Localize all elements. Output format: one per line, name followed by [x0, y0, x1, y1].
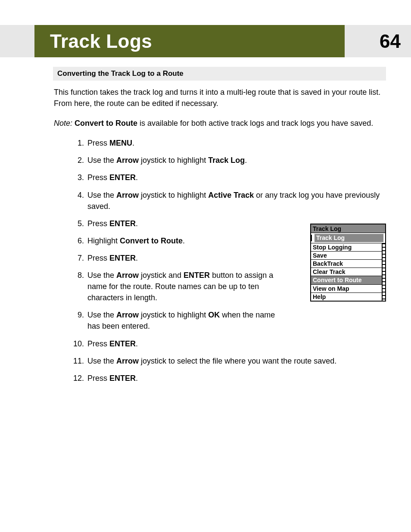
step-text-a: Press — [87, 219, 109, 228]
step-text-a: Use the — [87, 357, 116, 365]
step-number: 6. — [71, 235, 84, 246]
step-text-a: Press — [87, 139, 109, 147]
step-number: 1. — [71, 137, 84, 149]
ok-term: OK — [208, 311, 220, 319]
step-text-c: . — [245, 156, 247, 165]
note-feature-name: Convert to Route — [75, 119, 137, 128]
step-10: 10. Press ENTER. — [71, 338, 386, 349]
step-text-c: . — [132, 139, 134, 147]
device-menu-title: Track Log — [311, 224, 385, 233]
step-number: 9. — [71, 309, 84, 320]
step-2: 2. Use the Arrow joystick to highlight T… — [71, 155, 386, 166]
step-text-c: . — [136, 339, 138, 348]
step-text-a: Use the — [87, 191, 116, 199]
enter-key: ENTER — [109, 339, 136, 348]
step-text-c: . — [136, 254, 138, 262]
step-text-a: Press — [87, 173, 109, 182]
step-text-a: Highlight — [87, 236, 120, 245]
enter-key: ENTER — [109, 254, 136, 262]
steps-area: 1. Press MENU. 2. Use the Arrow joystick… — [54, 137, 386, 384]
enter-key: ENTER — [109, 173, 136, 182]
step-text-a: Use the — [87, 311, 116, 319]
step-number: 7. — [71, 252, 84, 264]
step-3: 3. Press ENTER. — [71, 172, 386, 183]
step-number: 8. — [71, 270, 84, 281]
step-text-b: joystick to highlight — [139, 156, 208, 165]
enter-key: ENTER — [109, 374, 136, 383]
step-4: 4. Use the Arrow joystick to highlight A… — [71, 190, 386, 212]
device-menu-list: Stop Logging Save BackTrack Clear Track … — [311, 243, 385, 301]
step-text-c: . — [136, 173, 138, 182]
section-heading: Converting the Track Log to a Route — [53, 67, 386, 81]
step-text-a: Press — [87, 254, 109, 262]
step-text-b: joystick to select the file where you wa… — [139, 357, 336, 365]
step-text-b: joystick to highlight — [139, 311, 208, 319]
step-text-c: . — [136, 219, 138, 228]
convert-to-route-term: Convert to Route — [120, 236, 183, 245]
page-number: 64 — [380, 31, 401, 52]
arrow-key: Arrow — [116, 271, 139, 280]
device-menu-item-help: Help — [311, 293, 382, 301]
note-label: Note: — [54, 119, 72, 128]
track-log-term: Track Log — [208, 156, 245, 165]
step-number: 12. — [71, 373, 84, 384]
step-number: 2. — [71, 155, 84, 166]
device-menu-subtitle: Track Log — [313, 234, 383, 242]
page-title: Track Logs — [50, 31, 152, 52]
step-number: 4. — [71, 190, 84, 201]
menu-key: MENU — [109, 139, 132, 147]
arrow-key: Arrow — [116, 191, 139, 199]
step-text-a: Press — [87, 339, 109, 348]
enter-key: ENTER — [184, 271, 210, 280]
device-menu-item-stop-logging: Stop Logging — [311, 243, 382, 252]
active-track-term: Active Track — [208, 191, 254, 199]
step-text-a: Use the — [87, 271, 116, 280]
step-number: 5. — [71, 218, 84, 229]
device-menu-item-convert-to-route: Convert to Route — [311, 276, 382, 284]
arrow-key: Arrow — [116, 311, 139, 319]
page-content: Converting the Track Log to a Route This… — [0, 67, 411, 384]
step-text-c: . — [183, 236, 185, 245]
step-text-c: . — [136, 374, 138, 383]
step-number: 11. — [71, 355, 84, 367]
step-1: 1. Press MENU. — [71, 137, 386, 149]
step-text-a: Use the — [87, 156, 116, 165]
note-rest: is available for both active track logs … — [140, 119, 373, 128]
page-header-band: Track Logs 64 — [0, 25, 411, 57]
step-11: 11. Use the Arrow joystick to select the… — [71, 355, 386, 367]
device-menu-item-backtrack: BackTrack — [311, 260, 382, 268]
step-text-a: Press — [87, 374, 109, 383]
step-number: 3. — [71, 172, 84, 183]
device-menu-figure: Track Log Track Log Stop Logging Save Ba… — [310, 224, 386, 302]
step-text-b: joystick and — [139, 271, 184, 280]
note-paragraph: Note: Convert to Route is available for … — [54, 118, 386, 129]
arrow-key: Arrow — [116, 357, 139, 365]
enter-key: ENTER — [109, 219, 136, 228]
device-menu-item-save: Save — [311, 252, 382, 260]
device-menu-item-clear-track: Clear Track — [311, 268, 382, 276]
intro-paragraph: This function takes the track log and tu… — [54, 87, 386, 109]
device-menu-item-view-on-map: View on Map — [311, 285, 382, 293]
page-header-green-block: Track Logs — [34, 25, 345, 57]
step-12: 12. Press ENTER. — [71, 373, 386, 384]
step-number: 10. — [71, 338, 84, 349]
step-text-b: joystick to highlight — [139, 191, 208, 199]
document-page: Track Logs 64 Converting the Track Log t… — [0, 25, 411, 384]
step-9: 9. Use the Arrow joystick to highlight O… — [71, 309, 386, 332]
arrow-key: Arrow — [116, 156, 139, 165]
